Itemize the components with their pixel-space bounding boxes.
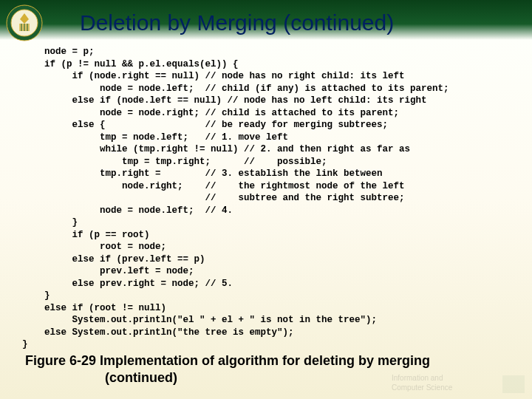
- code-line: else prev.right = node; // 5.: [22, 279, 233, 289]
- code-line: tmp = tmp.right; // possible;: [22, 157, 327, 167]
- code-line: root = node;: [22, 242, 166, 252]
- code-line: if (p == root): [22, 230, 150, 240]
- code-line: node = node.right; // child is attached …: [22, 108, 399, 118]
- code-listing: node = p; if (p != null && p.el.equals(e…: [22, 46, 532, 351]
- code-line: else System.out.println("the tree is emp…: [22, 327, 294, 338]
- code-line: }: [22, 290, 50, 301]
- code-line: else { // be ready for merging subtrees;: [22, 120, 388, 130]
- code-line: node = node.left; // 4.: [22, 205, 233, 216]
- code-line: while (tmp.right != null) // 2. and then…: [22, 144, 410, 154]
- caption-line-1: Figure 6-29 Implementation of algorithm …: [25, 353, 430, 368]
- slide-header: Deletion by Merging (continued): [0, 0, 532, 43]
- code-line: node = p;: [22, 47, 95, 57]
- caption-line-2: (continued): [105, 370, 177, 385]
- university-logo: [6, 4, 43, 41]
- svg-text:Information and: Information and: [392, 374, 443, 382]
- code-line: // subtree and the right subtree;: [22, 193, 405, 203]
- code-line: }: [22, 217, 78, 228]
- code-line: System.out.println("el " + el + " is not…: [22, 315, 377, 325]
- code-line: if (p != null && p.el.equals(el)) {: [22, 59, 239, 69]
- code-line: else if (root != null): [22, 303, 166, 313]
- code-line: prev.left = node;: [22, 266, 194, 276]
- code-line: node = node.left; // child (if any) is a…: [22, 83, 449, 94]
- code-line: }: [22, 339, 28, 349]
- code-line: tmp.right = // 3. establish the link bet…: [22, 168, 383, 179]
- svg-text:Computer Science: Computer Science: [392, 383, 453, 392]
- code-line: else if (node.left == null) // node has …: [22, 95, 427, 106]
- svg-rect-8: [502, 375, 525, 393]
- slide-title: Deletion by Merging (continued): [80, 10, 394, 35]
- code-line: tmp = node.left; // 1. move left: [22, 132, 288, 143]
- code-line: else if (prev.left == p): [22, 254, 205, 265]
- code-line: if (node.right == null) // node has no r…: [22, 71, 405, 81]
- footer-watermark: Information and Computer Science: [384, 369, 532, 399]
- code-line: node.right; // the rightmost node of the…: [22, 181, 405, 191]
